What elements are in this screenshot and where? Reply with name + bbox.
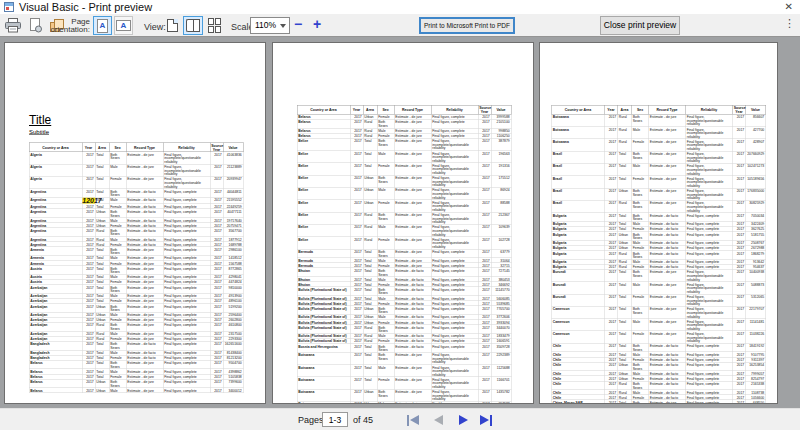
table-cell: 2017 [478, 200, 491, 212]
table-cell: Belarus [297, 119, 350, 128]
previous-page-button[interactable] [429, 414, 447, 426]
table-row: Bosnia and Herzegovina2017TotalBoth Sexe… [297, 344, 511, 353]
table-row: Belize2017TotalBoth SexesEstimate - de j… [297, 138, 511, 150]
close-print-preview-button[interactable]: Close print preview [600, 16, 680, 35]
scale-combobox[interactable]: 110% [250, 17, 290, 34]
table-cell: Burundi [552, 269, 605, 281]
orientation-portrait-button[interactable]: A [93, 16, 112, 35]
table-cell: Final figure, complete [431, 287, 478, 296]
table-cell: Both Sexes [377, 249, 394, 258]
table-cell: 2017 [82, 266, 95, 275]
overflow-menu-icon[interactable]: ⋮ [784, 17, 795, 30]
orientation-landscape-button[interactable]: A [114, 16, 133, 35]
table-cell: Estimate - de jure [126, 152, 163, 164]
table-cell: 2017 [82, 322, 95, 331]
table-cell: 7399600 [223, 379, 243, 388]
scale-value: 110% [255, 20, 276, 30]
page-orientation-label: Page orientation: [40, 18, 90, 34]
table-cell: 7705700 [491, 306, 511, 315]
table-cell: 2017 [733, 282, 746, 294]
table-cell: 2017 [350, 287, 363, 296]
print-button[interactable] [4, 17, 22, 34]
last-page-button[interactable] [477, 414, 495, 426]
table-cell: 2017 [210, 189, 223, 198]
table-cell: Final figure, incomplete/questionable re… [686, 163, 733, 175]
table-cell: 2017 [82, 209, 95, 218]
table-cell: Both Sexes [377, 325, 394, 334]
view-multiple-pages-button[interactable] [204, 16, 224, 35]
highlighted-cell: 12017 [82, 197, 95, 204]
table-cell: 10400938 [746, 269, 766, 281]
table-row: Bermuda2017TotalBoth SexesEstimate - de … [297, 249, 511, 258]
table-cell: Estimate - de facto [649, 362, 686, 371]
print-to-pdf-button[interactable]: Print to Microsoft Print to PDF [419, 17, 515, 34]
pages-range-input[interactable] [322, 412, 348, 427]
table-cell: 63779 [491, 249, 511, 258]
table-row: Chile2017RuralBoth SexesEstimate - de fa… [552, 381, 766, 390]
table-cell: Total [618, 306, 632, 318]
table-cell: Estimate - de jure [394, 401, 431, 404]
table-cell: Rural [618, 114, 632, 126]
window-close-icon[interactable]: ✕ [785, 1, 793, 12]
zoom-out-button[interactable]: − [294, 16, 302, 33]
table-cell: 2017 [82, 152, 95, 164]
view-one-page-button[interactable] [162, 16, 182, 35]
table-cell: Estimate - de jure [394, 119, 431, 128]
table-row: Botswana2017RuralFemaleEstimate - de jur… [552, 139, 766, 151]
column-header: Country or Area [297, 105, 350, 114]
app-icon [4, 2, 14, 12]
table-cell: Final figure, complete [163, 247, 210, 256]
table-cell: 81213200 [223, 355, 243, 360]
table-cell: 1166701 [491, 377, 511, 389]
table-cell: Male [632, 163, 649, 175]
table-cell: Urban [95, 304, 109, 313]
table-cell: Both Sexes [377, 138, 394, 150]
table-cell: Brazil [552, 200, 605, 212]
table-cell: Rural [363, 237, 377, 249]
table-cell: Belarus [29, 379, 82, 388]
table-cell: 2017 [350, 268, 363, 277]
table-cell: Male [377, 224, 394, 236]
table-cell: 2017 [605, 294, 618, 306]
table-cell: Both Sexes [109, 209, 126, 218]
table-cell: 1125688 [491, 365, 511, 377]
table-cell: Estimate - de jure [649, 319, 686, 331]
zoom-in-button[interactable]: + [313, 16, 321, 33]
table-cell: Final figure, complete [163, 341, 210, 350]
table-row: Botswana2017TotalFemaleEstimate - de jur… [297, 377, 511, 389]
table-cell: 428907 [746, 139, 766, 151]
table-row: Belarus2017RuralBoth SexesEstimate - de … [297, 119, 511, 128]
table-row: Belize2017RuralFemaleEstimate - de jureF… [297, 237, 511, 249]
table-cell: Both Sexes [632, 188, 649, 200]
table-cell: 2017 [605, 139, 618, 151]
table-cell: 2017 [478, 401, 491, 404]
table-cell: Burundi [552, 282, 605, 294]
table-cell: 2017 [605, 232, 618, 241]
table-cell: Both Sexes [109, 228, 126, 237]
table-cell: Argentina [29, 189, 82, 198]
table-cell: 2017 [605, 400, 618, 404]
table-cell: 2017 [605, 151, 618, 163]
column-header: Record Type [394, 105, 431, 114]
table-cell: 20759471 [223, 223, 243, 228]
table-cell: 2017 [733, 114, 746, 126]
view-facing-pages-button[interactable] [183, 16, 203, 35]
table-row: Bolivia (Plurinational State of)2017Tota… [297, 287, 511, 296]
table-row: Austria2017TotalBoth SexesEstimate - de … [29, 266, 243, 275]
table-cell: 2017 [733, 269, 746, 281]
table-cell: 2017 [733, 127, 746, 139]
table-cell: Both Sexes [109, 360, 126, 369]
table-cell: Estimate - de jure [126, 379, 163, 388]
first-page-button[interactable] [404, 414, 422, 426]
next-page-button[interactable] [454, 414, 472, 426]
previous-page-icon [434, 415, 443, 425]
table-row: Brazil2017TotalMaleEstimate - de jureFin… [552, 163, 766, 175]
table-cell: Final figure, incomplete/questionable re… [163, 152, 210, 164]
table-cell: Both Sexes [109, 266, 126, 275]
table-cell: Algeria [29, 164, 82, 176]
table-cell: Urban [618, 362, 632, 371]
page-number: 1 [29, 402, 243, 404]
table-row: Bolivia (Plurinational State of)2017Urba… [297, 306, 511, 315]
table-cell: Final figure, complete [431, 249, 478, 258]
table-cell: 196563 [491, 151, 511, 163]
